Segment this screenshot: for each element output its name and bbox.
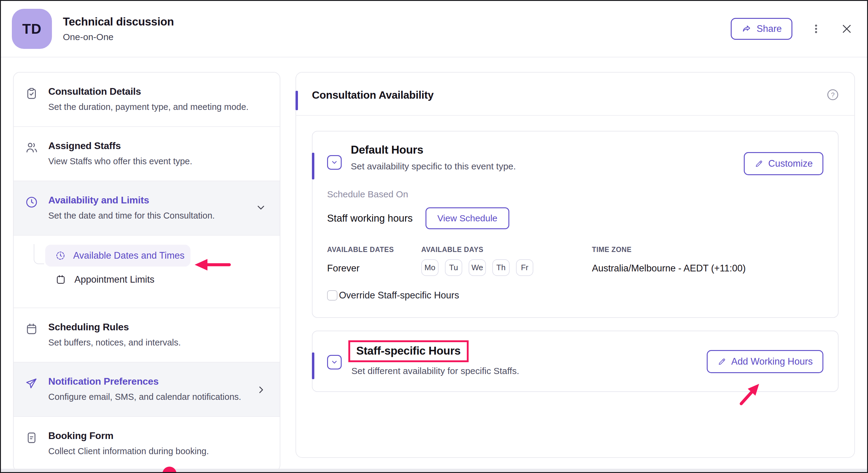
consultation-availability-panel: Consultation Availability ? xyxy=(296,72,855,458)
avatar: TD xyxy=(12,9,52,49)
question-mark-glyph: ? xyxy=(831,91,835,99)
customize-button-label: Customize xyxy=(768,158,813,169)
default-hours-description: Set availability specific to this event … xyxy=(351,161,516,171)
sidebar-subitem-label: Available Dates and Times xyxy=(73,250,184,261)
staff-specific-hours-title: Staff-specific Hours xyxy=(356,345,461,357)
sidebar-item-label: Scheduling Rules xyxy=(48,321,181,333)
pencil-icon xyxy=(754,159,764,168)
schedule-based-on-value: Staff working hours xyxy=(327,213,413,224)
settings-sidebar: Consultation Details Set the duration, p… xyxy=(13,72,280,472)
sidebar-item-description: View Staffs who offer this event type. xyxy=(48,156,192,167)
page-title: Technical discussion xyxy=(63,15,174,28)
calendar-icon xyxy=(25,321,39,362)
accent-bar xyxy=(296,91,298,110)
sidebar-item-description: Set buffers, notices, and intervals. xyxy=(48,337,181,348)
send-icon xyxy=(25,376,39,416)
chevron-down-icon[interactable] xyxy=(254,201,268,215)
override-staff-hours-label[interactable]: Override Staff-specific Hours xyxy=(339,290,459,301)
override-staff-hours-checkbox[interactable] xyxy=(327,290,337,301)
modal-body: Consultation Details Set the duration, p… xyxy=(1,57,867,472)
staff-specific-hours-description: Set different availability for specific … xyxy=(351,366,519,376)
sidebar-item-consultation-details[interactable]: Consultation Details Set the duration, p… xyxy=(14,72,280,127)
accent-bar xyxy=(312,153,314,180)
clipboard-check-icon xyxy=(25,86,39,126)
share-button[interactable]: Share xyxy=(731,18,793,40)
pencil-icon xyxy=(717,357,726,366)
sidebar-item-label: Availability and Limits xyxy=(48,195,215,206)
close-button[interactable] xyxy=(840,22,854,36)
add-working-hours-label: Add Working Hours xyxy=(731,356,813,367)
customize-button[interactable]: Customize xyxy=(744,152,824,175)
panel-body: Default Hours Set availability specific … xyxy=(296,116,854,392)
users-icon xyxy=(25,140,39,181)
available-dates-value: Forever xyxy=(327,263,421,274)
sidebar-item-assigned-staffs[interactable]: Assigned Staffs View Staffs who offer th… xyxy=(14,127,280,181)
share-button-label: Share xyxy=(756,23,782,34)
annotation-highlight-box: Staff-specific Hours xyxy=(348,340,469,362)
sidebar-subsection-availability: Available Dates and Times Appointment Li… xyxy=(14,245,280,308)
panel-header: Consultation Availability ? xyxy=(296,72,854,116)
view-schedule-button[interactable]: View Schedule xyxy=(426,207,509,229)
sidebar-subitem-label: Appointment Limits xyxy=(74,274,155,285)
kebab-menu-icon xyxy=(810,23,822,35)
file-lines-icon xyxy=(25,430,39,471)
chevron-right-icon xyxy=(254,383,268,398)
chevron-down-icon xyxy=(330,358,339,367)
chevron-down-icon xyxy=(330,158,339,167)
day-chip[interactable]: Tu xyxy=(445,259,462,276)
sidebar-item-booking-form[interactable]: Booking Form Collect Client information … xyxy=(14,417,280,471)
day-chip[interactable]: Fr xyxy=(516,259,533,276)
add-working-hours-button[interactable]: Add Working Hours xyxy=(707,350,824,373)
sidebar-item-label: Assigned Staffs xyxy=(48,140,192,152)
sidebar-item-label: Notification Preferences xyxy=(48,376,241,387)
more-options-button[interactable] xyxy=(810,23,822,35)
sidebar-item-description: Set the duration, payment type, and meet… xyxy=(48,101,248,112)
event-type-subtitle: One-on-One xyxy=(63,32,174,42)
share-icon xyxy=(741,24,752,34)
accent-bar xyxy=(312,352,314,379)
calendar-icon xyxy=(55,274,66,285)
sidebar-subitem-available-dates-and-times[interactable]: Available Dates and Times xyxy=(45,245,190,266)
time-zone-value: Australia/Melbourne - AEDT (+11:00) xyxy=(592,263,824,274)
clock-icon xyxy=(25,195,39,235)
day-chip[interactable]: Mo xyxy=(421,259,439,276)
view-schedule-button-label: View Schedule xyxy=(437,213,497,223)
collapse-default-hours-button[interactable] xyxy=(327,155,342,170)
help-button[interactable]: ? xyxy=(827,88,839,102)
event-settings-modal: TD Technical discussion One-on-One Share xyxy=(0,0,868,473)
sidebar-item-description: Configure email, SMS, and calendar notif… xyxy=(48,391,241,402)
sidebar-item-scheduling-rules[interactable]: Scheduling Rules Set buffers, notices, a… xyxy=(14,308,280,362)
collapse-staff-hours-button[interactable] xyxy=(327,355,342,370)
sidebar-subitem-appointment-limits[interactable]: Appointment Limits xyxy=(55,274,280,285)
available-dates-column-label: AVAILABLE DATES xyxy=(327,246,421,254)
modal-header: TD Technical discussion One-on-One Share xyxy=(1,1,867,57)
sidebar-item-availability-and-limits[interactable]: Availability and Limits Set the date and… xyxy=(14,181,280,235)
page-bottom-strip xyxy=(1,469,867,472)
day-chip[interactable]: We xyxy=(469,259,486,276)
tree-connector xyxy=(34,244,44,264)
sidebar-item-label: Consultation Details xyxy=(48,86,248,97)
available-day-chips: MoTuWeThFr xyxy=(421,259,592,276)
clock-dashed-icon xyxy=(55,250,66,261)
close-icon xyxy=(840,22,854,36)
available-days-column-label: AVAILABLE DAYS xyxy=(421,246,592,254)
default-hours-title: Default Hours xyxy=(351,144,516,156)
sidebar-item-description: Collect Client information during bookin… xyxy=(48,446,209,456)
time-zone-column-label: TIME ZONE xyxy=(592,246,824,254)
schedule-based-on-label: Schedule Based On xyxy=(327,189,824,199)
sidebar-item-description: Set the date and time for this Consultat… xyxy=(48,210,215,221)
sidebar-item-label: Booking Form xyxy=(48,430,209,441)
default-hours-card: Default Hours Set availability specific … xyxy=(312,131,839,318)
day-chip[interactable]: Th xyxy=(492,259,509,276)
sidebar-item-notification-preferences[interactable]: Notification Preferences Configure email… xyxy=(14,362,280,417)
panel-title: Consultation Availability xyxy=(312,89,839,101)
staff-specific-hours-card: Staff-specific Hours Set different avail… xyxy=(312,330,839,392)
annotation-arrow-available-dates xyxy=(192,256,232,274)
